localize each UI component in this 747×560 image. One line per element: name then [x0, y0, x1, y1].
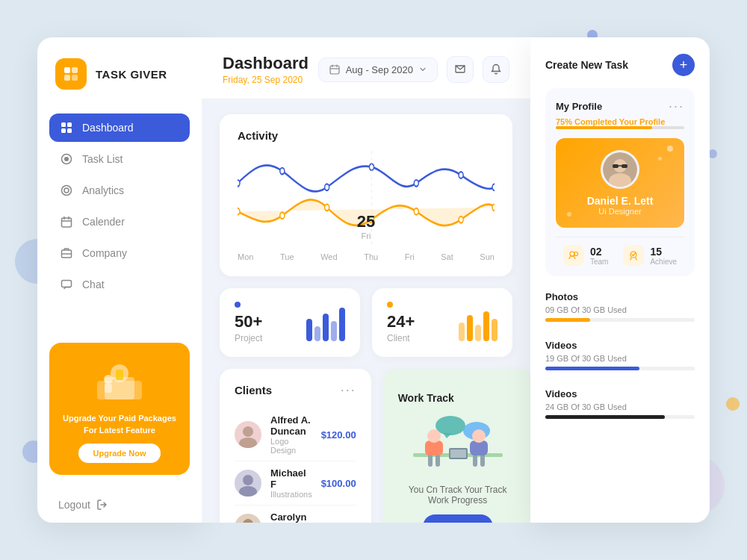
svg-point-10: [62, 186, 72, 196]
worktrack-title: Work Track: [398, 392, 454, 404]
project-dot: [235, 302, 241, 308]
bottom-row: Clients ··· Alfred A. Duncan: [220, 369, 512, 523]
project-label: Project: [235, 333, 262, 343]
main-content: Dashboard Friday, 25 Sep 2020 Aug - Sep …: [202, 37, 530, 523]
client-name: Carolyn N: [270, 511, 312, 523]
profile-title: My Profile: [556, 101, 602, 112]
logout-icon: [96, 499, 108, 511]
client-label: Client: [387, 333, 415, 343]
profile-completed-text: 75% Completed Your Profile: [556, 117, 665, 126]
chart-label-mon: Mon: [238, 252, 253, 261]
chart-value: 25 Fri: [357, 212, 375, 240]
chart-label-fri: Fri: [405, 252, 415, 261]
svg-rect-4: [61, 122, 66, 127]
storage-videos-2: Videos 24 GB Of 30 GB Used: [545, 385, 695, 422]
worktrack-illustration: [398, 410, 518, 477]
svg-rect-6: [61, 128, 66, 133]
notification-button[interactable]: [483, 56, 509, 83]
upgrade-section: Upgrade Your Paid Packages For Latest Fe…: [49, 343, 190, 475]
chat-icon: [60, 278, 73, 291]
logo-icon: [55, 58, 87, 90]
sidebar-item-chat[interactable]: Chat: [49, 270, 190, 299]
nav-menu: Dashboard Task List: [37, 108, 202, 331]
client-stat-card: 24+ Client: [372, 288, 512, 357]
svg-rect-7: [67, 128, 72, 133]
storage-videos1-label: Videos: [545, 340, 577, 351]
stats-row: 50+ Project 24+: [220, 288, 512, 357]
logout-item[interactable]: Logout: [37, 487, 202, 523]
header-left: Dashboard Friday, 25 Sep 2020: [223, 54, 309, 85]
svg-point-23: [104, 375, 113, 384]
clients-more-btn[interactable]: ···: [341, 382, 356, 398]
chart-number: 25: [357, 212, 375, 231]
svg-point-36: [238, 208, 240, 215]
sidebar-item-analytics[interactable]: Analytics: [49, 176, 190, 205]
activity-card: Activity: [220, 114, 512, 276]
profile-progress-fill: [556, 126, 652, 129]
svg-point-48: [243, 519, 253, 523]
svg-rect-25: [330, 66, 339, 74]
client-info: Alfred A. Duncan Logo Design: [270, 414, 312, 455]
svg-point-35: [492, 184, 495, 190]
sidebar: TASK GIVER Dashboard: [37, 37, 202, 523]
client-avatar: [235, 514, 261, 523]
project-chart: [306, 304, 345, 341]
create-task-label: Create New Task: [545, 59, 628, 71]
chart-label-tue: Tue: [280, 252, 294, 261]
sidebar-item-company[interactable]: Company: [49, 239, 190, 267]
date-picker[interactable]: Aug - Sep 2020: [318, 57, 438, 82]
calender-label: Calender: [82, 216, 125, 228]
chart-label-sat: Sat: [441, 252, 453, 261]
svg-point-42: [492, 205, 495, 211]
track-button[interactable]: Track: [423, 514, 493, 523]
storage-videos2-label: Videos: [545, 388, 577, 399]
storage-videos2-bar: [545, 415, 695, 419]
bell-icon: [490, 63, 502, 75]
clients-card: Clients ··· Alfred A. Duncan: [220, 369, 371, 523]
sidebar-item-tasklist[interactable]: Task List: [49, 145, 190, 173]
header-date: Friday, 25 Sep 2020: [223, 75, 309, 85]
client-amount: $190.00: [321, 522, 356, 523]
client-item: Carolyn N UI Design $190.00: [235, 505, 356, 523]
profile-stat-achieve: 15 Achieve: [623, 245, 677, 266]
sidebar-item-dashboard[interactable]: Dashboard: [49, 113, 190, 142]
page-title: Dashboard: [223, 54, 309, 73]
profile-completed: 75% Completed Your Profile: [556, 117, 684, 126]
profile-avatar: [601, 150, 639, 189]
svg-rect-2: [64, 75, 70, 81]
profile-more-btn[interactable]: ···: [669, 99, 684, 114]
profile-name: Daniel E. Lett: [568, 195, 672, 207]
project-number: 50+: [235, 312, 262, 332]
upgrade-text: Upgrade Your Paid Packages For Latest Fe…: [61, 413, 178, 436]
storage-videos1-used: 19 GB Of 30 GB Used: [545, 354, 695, 363]
chevron-down-icon: [419, 66, 427, 73]
analytics-label: Analytics: [82, 184, 124, 196]
profile-stat-team: 02 Team: [563, 245, 608, 266]
client-info: Carolyn N UI Design: [270, 511, 312, 523]
svg-rect-24: [105, 384, 112, 393]
svg-rect-12: [62, 218, 72, 227]
svg-point-34: [459, 172, 463, 178]
sidebar-item-calender[interactable]: Calender: [49, 208, 190, 236]
client-role: Logo Design: [270, 437, 312, 455]
svg-point-41: [459, 217, 463, 223]
upgrade-illustration: [61, 355, 178, 407]
chart-day: Fri: [357, 231, 375, 240]
create-task-button[interactable]: +: [672, 54, 695, 76]
svg-rect-1: [72, 67, 78, 73]
date-range-text: Aug - Sep 2020: [346, 64, 413, 75]
client-item: Michael F Illustrations $100.00: [235, 461, 356, 505]
storage-photos-header: Photos: [545, 291, 695, 302]
storage-videos2-header: Videos: [545, 388, 695, 399]
message-icon: [454, 63, 466, 75]
team-icon: [563, 245, 584, 266]
message-button[interactable]: [447, 56, 474, 83]
svg-point-44: [243, 426, 253, 437]
chart-label-wed: Wed: [320, 252, 337, 261]
logout-label: Logout: [58, 499, 90, 511]
worktrack-description: You Cn Track Your Track Work Progress: [398, 485, 518, 505]
client-name: Alfred A. Duncan: [270, 414, 312, 437]
achieve-label: Achieve: [650, 258, 677, 266]
svg-point-9: [64, 157, 69, 161]
upgrade-button[interactable]: Upgrade Now: [78, 444, 161, 463]
